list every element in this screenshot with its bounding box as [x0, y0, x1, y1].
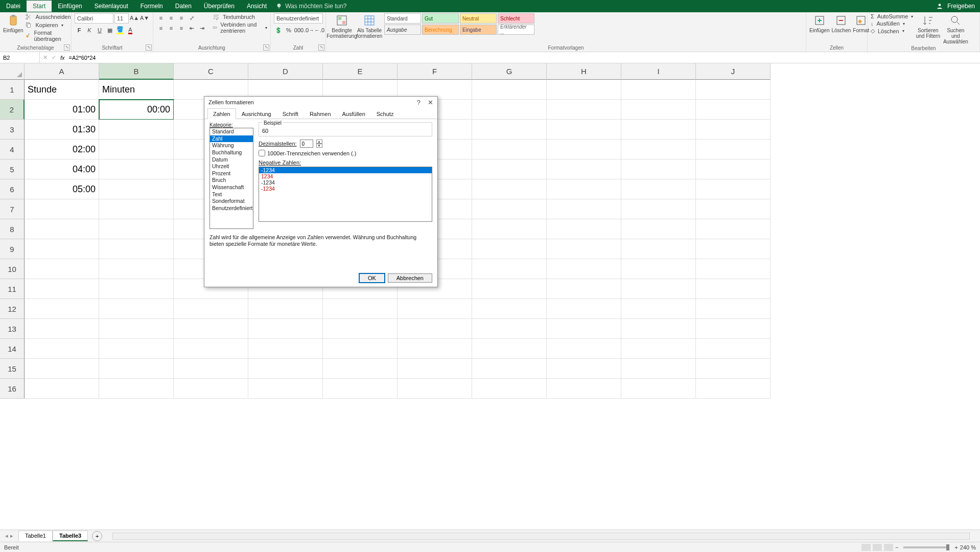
style-ausgabe[interactable]: Ausgabe	[384, 25, 421, 35]
negative-option[interactable]: -1234	[259, 186, 432, 192]
conditional-formatting-button[interactable]: Bedingte Formatierung	[329, 13, 355, 39]
cell[interactable]: 01:30	[25, 120, 99, 140]
cell[interactable]	[472, 140, 547, 159]
cell[interactable]	[621, 159, 696, 179]
font-name-combo[interactable]: Calibri	[75, 13, 113, 24]
format-cells-button[interactable]: Format	[853, 13, 869, 33]
format-as-table-button[interactable]: Als Tabelle formatieren	[357, 13, 382, 39]
column-header-E[interactable]: E	[323, 63, 398, 80]
menu-tab-ansicht[interactable]: Ansicht	[241, 1, 273, 12]
number-launcher[interactable]: ⤡	[318, 44, 324, 51]
dialog-tab-ausfüllen[interactable]: Ausfüllen	[337, 108, 371, 119]
negative-numbers-list[interactable]: -12341234-1234-1234	[259, 167, 432, 222]
cell[interactable]	[398, 379, 472, 399]
category-item[interactable]: Buchhaltung	[210, 149, 253, 156]
cell[interactable]	[547, 179, 621, 199]
cancel-button[interactable]: Abbrechen	[388, 273, 432, 283]
cell[interactable]	[696, 259, 771, 279]
cell[interactable]	[323, 379, 398, 399]
column-header-G[interactable]: G	[472, 63, 547, 80]
fx-icon[interactable]: fx	[60, 55, 65, 61]
cell[interactable]	[472, 179, 547, 199]
cell[interactable]	[621, 179, 696, 199]
cell[interactable]	[472, 120, 547, 140]
row-header[interactable]: 4	[0, 140, 25, 159]
format-painter-button[interactable]: Format übertragen	[25, 30, 71, 42]
dialog-help-button[interactable]: ?	[417, 99, 421, 106]
cell[interactable]	[696, 219, 771, 239]
view-normal-button[interactable]	[861, 544, 871, 551]
cell[interactable]	[621, 259, 696, 279]
column-header-A[interactable]: A	[25, 63, 99, 80]
cell[interactable]	[621, 319, 696, 339]
cell[interactable]	[472, 339, 547, 359]
style-erklar[interactable]: Erklärender ...	[498, 25, 534, 35]
cell[interactable]	[547, 259, 621, 279]
align-launcher[interactable]: ⤡	[263, 44, 269, 51]
cell[interactable]	[621, 339, 696, 359]
formula-input[interactable]: =A2*60*24	[69, 55, 96, 61]
cell[interactable]	[696, 239, 771, 259]
merge-center-button[interactable]: Verbinden und zentrieren▾	[213, 21, 267, 34]
column-header-C[interactable]: C	[174, 63, 248, 80]
cell[interactable]	[696, 80, 771, 100]
menu-tab-formeln[interactable]: Formeln	[134, 1, 169, 12]
cell[interactable]	[547, 159, 621, 179]
cell[interactable]	[174, 379, 248, 399]
clipboard-launcher[interactable]: ⤡	[64, 44, 70, 51]
category-item[interactable]: Standard	[210, 128, 253, 135]
row-header[interactable]: 3	[0, 120, 25, 140]
cell[interactable]	[547, 379, 621, 399]
column-header-F[interactable]: F	[398, 63, 472, 80]
cell[interactable]	[547, 219, 621, 239]
align-left-button[interactable]: ≡	[156, 24, 166, 33]
view-layout-button[interactable]	[873, 544, 882, 551]
cell[interactable]	[99, 140, 174, 159]
menu-tab-einfügen[interactable]: Einfügen	[52, 1, 88, 12]
negative-option[interactable]: -1234	[259, 167, 432, 173]
cell[interactable]	[174, 319, 248, 339]
font-size-combo[interactable]: 11	[114, 13, 129, 24]
cell[interactable]	[99, 319, 174, 339]
cell[interactable]	[547, 279, 621, 299]
menu-tab-start[interactable]: Start	[27, 1, 52, 12]
menu-tab-daten[interactable]: Daten	[169, 1, 198, 12]
bold-button[interactable]: F	[75, 26, 84, 35]
cut-button[interactable]: Ausschneiden	[25, 13, 71, 20]
cell[interactable]	[696, 100, 771, 120]
select-all-corner[interactable]	[0, 63, 25, 80]
category-item[interactable]: Währung	[210, 142, 253, 149]
increase-font-button[interactable]: A▲	[130, 13, 139, 22]
cell[interactable]	[621, 299, 696, 319]
dialog-tab-schutz[interactable]: Schutz	[371, 108, 400, 119]
cell[interactable]	[472, 80, 547, 100]
thousands-separator-checkbox[interactable]	[259, 150, 265, 156]
autosum-button[interactable]: ΣAutoSumme▾	[871, 13, 913, 19]
cell[interactable]	[547, 80, 621, 100]
cell[interactable]	[472, 159, 547, 179]
cell[interactable]	[323, 359, 398, 379]
row-header[interactable]: 13	[0, 319, 25, 339]
style-neutral[interactable]: Neutral	[460, 13, 497, 24]
cell[interactable]	[472, 219, 547, 239]
cell[interactable]	[472, 100, 547, 120]
cell[interactable]	[248, 299, 323, 319]
cell[interactable]	[547, 339, 621, 359]
cell[interactable]	[621, 279, 696, 299]
cell[interactable]	[99, 239, 174, 259]
zoom-out-button[interactable]: −	[895, 544, 898, 550]
cell[interactable]	[398, 339, 472, 359]
cell[interactable]: Stunde	[25, 80, 99, 100]
row-header[interactable]: 12	[0, 299, 25, 319]
column-header-I[interactable]: I	[621, 63, 696, 80]
paste-button[interactable]: Einfügen	[3, 13, 23, 33]
category-item[interactable]: Text	[210, 191, 253, 198]
category-item[interactable]: Bruch	[210, 177, 253, 184]
cell[interactable]	[696, 140, 771, 159]
column-header-D[interactable]: D	[248, 63, 323, 80]
cell[interactable]	[696, 279, 771, 299]
cell[interactable]	[398, 359, 472, 379]
cell[interactable]	[99, 179, 174, 199]
row-header[interactable]: 16	[0, 379, 25, 399]
category-item[interactable]: Datum	[210, 156, 253, 164]
